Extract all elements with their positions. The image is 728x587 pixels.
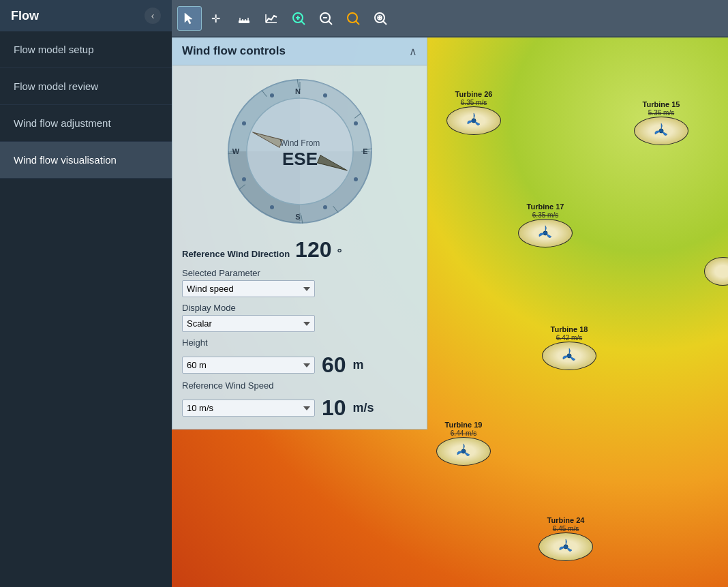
speed-unit: m/s (353, 401, 374, 415)
zoom-in-button[interactable] (286, 6, 311, 31)
compass-rose: N S W E (225, 76, 375, 226)
svg-point-28 (544, 232, 547, 235)
sidebar-item-flow-model-review[interactable]: Flow model review (0, 68, 172, 105)
zoom-extent-button[interactable] (368, 6, 393, 31)
speed-display-value: 10 (322, 395, 346, 421)
sidebar-item-flow-model-setup[interactable]: Flow model setup (0, 31, 172, 68)
zoom-out-button[interactable] (314, 6, 338, 31)
main-area: ✛ (172, 0, 728, 587)
sidebar-item-wind-flow-adjustment[interactable]: Wind flow adjustment (0, 105, 172, 142)
svg-point-52 (323, 93, 327, 97)
turbine-marker-t26[interactable]: Turbine 26 6.35 m/s (446, 90, 501, 135)
height-label: Height (182, 337, 417, 348)
turbine-name: Turbine 26 (455, 90, 493, 99)
turbine-name: Turbine 19 (445, 421, 483, 430)
turbine-marker-t18[interactable]: Turbine 18 6.42 m/s (542, 325, 596, 370)
selected-parameter-field: Selected Parameter Wind speed Wind direc… (172, 265, 427, 300)
turbine-speed: 6.35 m/s (461, 99, 487, 106)
turbine-marker-t19[interactable]: Turbine 19 6.44 m/s (436, 421, 491, 466)
turbine-rotor-icon (652, 121, 671, 140)
svg-rect-2 (239, 20, 249, 23)
turbine-rotor-icon (556, 537, 575, 556)
svg-text:E: E (363, 147, 367, 155)
svg-line-12 (301, 21, 305, 25)
svg-text:ESE: ESE (282, 149, 317, 169)
select-tool-button[interactable] (177, 6, 202, 31)
turbine-partial-right (704, 256, 728, 286)
sidebar-collapse-button[interactable]: ‹ (145, 7, 161, 24)
turbine-name: Turbine 18 (551, 325, 588, 334)
compass-container: N S W E (172, 65, 427, 232)
app-title: Flow (11, 9, 39, 23)
selected-parameter-select[interactable]: Wind speed Wind direction TI Power (182, 280, 315, 297)
wind-flow-controls-panel: Wind flow controls ∧ (172, 37, 427, 430)
turbine-marker-t15[interactable]: Turbine 15 5.36 m/s (634, 100, 688, 145)
wind-direction-value: 120 (295, 237, 331, 262)
selected-parameter-label: Selected Parameter (182, 268, 417, 278)
turbine-oval (542, 342, 596, 370)
turbine-name: Turbine 24 (547, 516, 585, 525)
height-unit: m (353, 358, 364, 372)
svg-line-15 (329, 21, 332, 25)
height-row: 10 m 30 m 60 m 100 m 120 m 60 m (172, 352, 427, 378)
svg-point-59 (270, 93, 274, 97)
turbine-name: Turbine 17 (527, 202, 564, 211)
svg-point-26 (660, 130, 663, 133)
turbine-oval (539, 532, 593, 561)
svg-point-54 (354, 177, 358, 181)
turbine-rotor-icon (560, 346, 579, 365)
height-select[interactable]: 10 m 30 m 60 m 100 m 120 m (182, 357, 315, 374)
wind-direction-unit: ° (337, 246, 342, 260)
controls-collapse-button[interactable]: ∧ (409, 45, 417, 58)
display-mode-field: Display Mode Scalar Vector Streamlines (172, 300, 427, 335)
wind-direction-label: Reference Wind Direction (182, 249, 290, 259)
turbine-name: Turbine 15 (643, 100, 680, 109)
svg-point-53 (354, 121, 358, 125)
svg-text:W: W (232, 147, 239, 155)
zoom-fit-button[interactable] (341, 6, 365, 31)
svg-line-22 (383, 21, 386, 25)
svg-point-58 (242, 121, 246, 125)
display-mode-select[interactable]: Scalar Vector Streamlines (182, 315, 315, 332)
turbine-marker-t24[interactable]: Turbine 24 6.45 m/s (539, 516, 593, 561)
turbine-speed: 6.35 m/s (532, 211, 558, 219)
svg-point-56 (270, 205, 274, 209)
controls-panel-title: Wind flow controls (182, 44, 286, 58)
wind-speed-label: Reference Wind Speed (182, 380, 417, 391)
height-field: Height (172, 335, 427, 352)
turbine-oval (518, 219, 573, 247)
sidebar-item-wind-flow-visualisation[interactable]: Wind flow visualisation (0, 142, 172, 179)
svg-point-24 (472, 119, 476, 123)
display-mode-label: Display Mode (182, 303, 417, 313)
measure-tool-button[interactable] (232, 6, 256, 31)
turbine-rotor-icon (464, 111, 483, 130)
turbine-oval (436, 437, 491, 466)
wind-speed-select[interactable]: 5 m/s 8 m/s 10 m/s 12 m/s 15 m/s (182, 400, 315, 417)
speed-row: 5 m/s 8 m/s 10 m/s 12 m/s 15 m/s 10 m/s (172, 395, 427, 421)
turbine-marker-t17[interactable]: Turbine 17 6.35 m/s (518, 202, 573, 247)
map-visualization-area[interactable]: Turbine 26 6.35 m/s Turbine 15 5.36 m/s (172, 37, 728, 587)
turbine-speed: 5.36 m/s (648, 109, 674, 117)
turbine-oval (634, 117, 688, 145)
svg-text:N: N (295, 87, 301, 95)
pan-tool-button[interactable]: ✛ (204, 6, 229, 31)
turbine-speed: 6.42 m/s (556, 334, 582, 342)
turbine-speed: 6.44 m/s (451, 430, 476, 437)
svg-marker-0 (185, 13, 192, 24)
turbine-speed: 6.45 m/s (553, 525, 579, 532)
turbine-rotor-icon (536, 224, 555, 243)
sidebar: Flow ‹ Flow model setupFlow model review… (0, 0, 172, 587)
svg-text:Wind From: Wind From (279, 138, 320, 148)
sidebar-nav: Flow model setupFlow model reviewWind fl… (0, 31, 172, 179)
controls-panel-header: Wind flow controls ∧ (172, 37, 427, 65)
svg-text:S: S (295, 213, 300, 221)
svg-point-16 (348, 13, 357, 22)
wind-speed-field: Reference Wind Speed (172, 378, 427, 395)
svg-point-32 (462, 450, 466, 453)
height-display-value: 60 (322, 352, 346, 378)
turbine-rotor-icon (454, 442, 473, 461)
sidebar-header: Flow ‹ (0, 0, 172, 31)
wind-direction-row: Reference Wind Direction 120 ° (172, 232, 427, 265)
svg-text:✛: ✛ (211, 13, 220, 25)
profile-tool-button[interactable] (259, 6, 284, 31)
